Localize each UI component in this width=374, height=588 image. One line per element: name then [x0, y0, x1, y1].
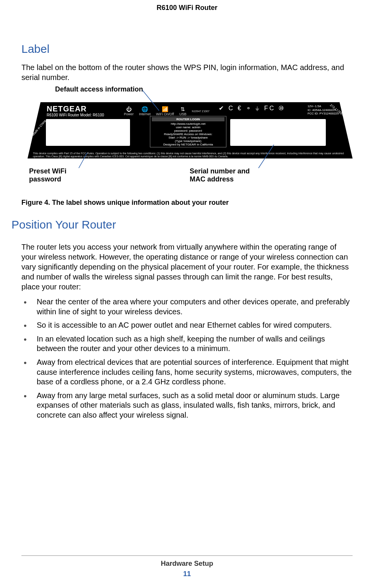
label-whitebox-left — [46, 119, 130, 146]
callout-default-access: Default access information — [55, 85, 143, 93]
list-item: Away from electrical devices that are po… — [21, 358, 353, 387]
usb-label: USB — [179, 112, 187, 116]
internet-icon: 🌐 — [139, 106, 151, 112]
callout-serial-mac-l2: MAC address — [190, 175, 250, 183]
wifi-icon: 📶 — [156, 106, 174, 112]
heading-position: Position Your Router — [11, 218, 353, 231]
label-made-in: Made in China — [31, 119, 47, 136]
nref-text: N10947 Z1067 — [192, 110, 209, 113]
position-bullets: Near the center of the area where your c… — [21, 297, 353, 420]
position-paragraph: The router lets you access your network … — [21, 242, 353, 292]
heading-label: Label — [21, 42, 353, 56]
internet-label: Internet — [139, 112, 151, 116]
router-login-body: http://www.routerlogin.net user name: ad… — [152, 122, 224, 146]
usb-icon: ⇅ — [179, 106, 187, 112]
callout-preset-wifi-l2: password — [29, 175, 67, 183]
cert-icons: ✔ C € ⚬ ⏚ FC ⑩ — [219, 105, 285, 112]
list-item: So it is accessible to an AC power outle… — [21, 320, 353, 330]
label-icons-row: ⏻Power 🌐Internet 📶WiFi On/Off ⇅USB N1094… — [124, 106, 210, 116]
model-text: R6100 WiFi Router Model: R6100 — [47, 113, 104, 117]
list-item: Near the center of the area where your c… — [21, 297, 353, 317]
callout-serial-mac: Serial number and MAC address — [190, 167, 250, 183]
label-fine-print: This device complies with Part 15 of the… — [33, 152, 347, 158]
document-header: R6100 WiFi Router — [21, 0, 353, 12]
wifi-label: WiFi On/Off — [156, 112, 174, 116]
brand-text: NETGEAR — [47, 105, 87, 113]
router-login-box: ROUTER LOGIN http://www.routerlogin.net … — [150, 116, 226, 147]
footer-chapter: Hardware Setup — [21, 560, 353, 568]
list-item: In an elevated location such as a high s… — [21, 334, 353, 354]
page-footer: Hardware Setup 11 — [21, 555, 353, 578]
footer-page-number: 11 — [21, 570, 353, 578]
callout-serial-mac-l1: Serial number and — [190, 167, 250, 175]
power-icon: ⏻ — [124, 106, 134, 112]
label-paragraph: The label on the bottom of the router sh… — [21, 62, 353, 82]
label-whitebox-right — [230, 119, 326, 146]
router-label-graphic: NETGEAR R6100 WiFi Router Model: R6100 ⏻… — [28, 102, 353, 160]
label-figure: Default access information NETGEAR R6100… — [21, 85, 353, 196]
figure-caption: Figure 4. The label shows unique informa… — [21, 199, 353, 207]
callout-preset-wifi: Preset WiFi password — [29, 167, 67, 183]
callout-preset-wifi-l1: Preset WiFi — [29, 167, 67, 175]
list-item: Away from any large metal surfaces, such… — [21, 391, 353, 420]
router-login-header: ROUTER LOGIN — [152, 117, 224, 121]
power-label: Power — [124, 112, 134, 116]
